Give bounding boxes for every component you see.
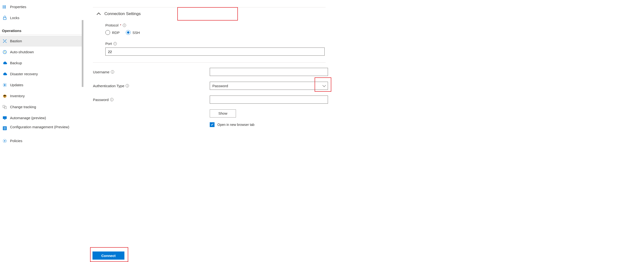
sidebar-item-disaster-recovery[interactable]: Disaster recovery xyxy=(0,69,84,80)
username-label: Username xyxy=(93,70,110,74)
info-icon[interactable]: i xyxy=(111,70,114,74)
auth-type-label: Authentication Type xyxy=(93,84,124,88)
radio-icon xyxy=(105,30,110,35)
connection-settings-title: Connection Settings xyxy=(104,12,140,16)
show-row: Show Open in new browser tab xyxy=(93,109,368,127)
protocol-radio-ssh[interactable]: SSH xyxy=(126,30,140,35)
info-icon[interactable]: i xyxy=(126,84,129,87)
radio-icon xyxy=(126,30,130,35)
sidebar-item-backup[interactable]: Backup xyxy=(0,58,84,69)
chevron-up-icon xyxy=(97,13,101,17)
lock-icon xyxy=(2,15,8,21)
bastion-icon xyxy=(2,38,8,44)
sidebar-item-label: Properties xyxy=(10,5,26,9)
svg-rect-6 xyxy=(4,119,6,120)
sidebar-item-label: Disaster recovery xyxy=(10,72,38,76)
checkmark-icon xyxy=(211,123,214,126)
sidebar-item-label: Updates xyxy=(10,83,23,87)
auth-type-value: Password xyxy=(212,84,228,88)
protocol-radio-rdp[interactable]: RDP xyxy=(105,30,120,35)
auth-type-row: Authentication Type i Password xyxy=(93,82,368,90)
radio-label: SSH xyxy=(132,31,140,35)
port-label: Port xyxy=(105,42,112,46)
sidebar-item-label: Locks xyxy=(10,16,19,20)
new-tab-label: Open in new browser tab xyxy=(217,123,254,126)
sidebar-item-change-tracking[interactable]: Change tracking xyxy=(0,101,84,112)
sidebar-item-bastion[interactable]: Bastion xyxy=(0,36,84,47)
sidebar-scrollbar[interactable] xyxy=(82,20,84,87)
sidebar-item-policies[interactable]: Policies xyxy=(0,136,84,147)
list-icon xyxy=(2,125,8,131)
chevron-down-icon xyxy=(322,84,326,87)
sidebar-item-label: Inventory xyxy=(10,94,25,98)
sidebar-item-automanage[interactable]: Automanage (preview) xyxy=(0,112,84,123)
cloud-recovery-icon xyxy=(2,71,8,77)
info-icon[interactable]: i xyxy=(114,42,117,45)
sidebar-item-label: Change tracking xyxy=(10,105,36,109)
protocol-field: Protocol * i RDP SSH xyxy=(93,23,368,35)
sidebar-item-label: Bastion xyxy=(10,39,22,43)
gear-icon xyxy=(2,82,8,88)
info-icon[interactable]: i xyxy=(123,24,126,27)
sidebar-item-label: Backup xyxy=(10,61,22,65)
sidebar-item-auto-shutdown[interactable]: Auto-shutdown xyxy=(0,47,84,58)
svg-rect-0 xyxy=(3,18,6,20)
sidebar-item-inventory[interactable]: Inventory xyxy=(0,90,84,101)
username-row: Username i xyxy=(93,68,368,76)
new-tab-checkbox[interactable] xyxy=(210,122,214,127)
sidebar-item-label: Configuration management (Preview) xyxy=(10,125,69,129)
username-input[interactable] xyxy=(210,68,328,76)
sidebar-section-operations: Operations xyxy=(0,23,84,35)
protocol-label: Protocol xyxy=(105,23,118,27)
sidebar-item-label: Automanage (preview) xyxy=(10,116,46,120)
sidebar-item-label: Auto-shutdown xyxy=(10,50,34,54)
clock-icon xyxy=(2,49,8,55)
sidebar-item-updates[interactable]: Updates xyxy=(0,80,84,90)
sidebar-item-config-mgmt[interactable]: Configuration management (Preview) xyxy=(0,123,84,136)
port-field: Port i xyxy=(93,42,368,56)
sidebar: Properties Locks Operations Bastion Auto… xyxy=(0,0,84,151)
password-label: Password xyxy=(93,98,109,102)
show-button[interactable]: Show xyxy=(210,109,236,117)
main-panel: Connection Settings Protocol * i RDP SSH xyxy=(84,0,368,151)
password-input[interactable] xyxy=(210,95,328,104)
svg-point-9 xyxy=(4,141,6,142)
required-star: * xyxy=(120,23,121,27)
info-icon[interactable]: i xyxy=(110,98,114,101)
port-input[interactable] xyxy=(105,48,324,56)
sidebar-item-properties[interactable]: Properties xyxy=(0,2,84,13)
divider xyxy=(93,62,326,63)
svg-rect-5 xyxy=(3,116,7,119)
sidebar-item-label: Policies xyxy=(10,139,22,143)
svg-point-2 xyxy=(4,84,6,86)
properties-icon xyxy=(2,4,8,10)
change-tracking-icon xyxy=(2,104,8,110)
password-row: Password i xyxy=(93,95,368,104)
radio-label: RDP xyxy=(112,31,120,35)
box-icon xyxy=(2,93,8,99)
policy-icon xyxy=(2,138,8,144)
monitor-icon xyxy=(2,115,8,121)
connection-settings-header[interactable]: Connection Settings xyxy=(93,8,368,20)
sidebar-item-locks[interactable]: Locks xyxy=(0,13,84,23)
auth-type-select[interactable]: Password xyxy=(210,82,328,90)
cloud-backup-icon xyxy=(2,60,8,66)
